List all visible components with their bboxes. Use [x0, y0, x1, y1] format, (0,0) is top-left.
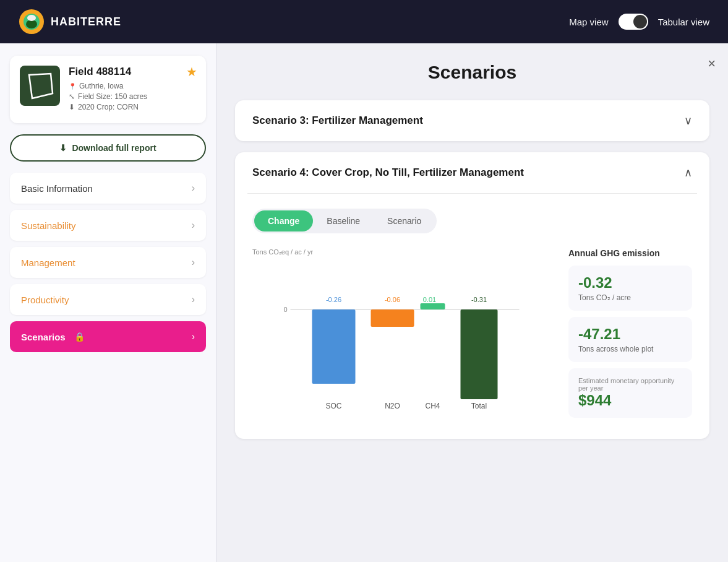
- download-report-button[interactable]: ⬇ Download full report: [10, 134, 206, 162]
- sidebar: Field 488114 📍 Guthrie, Iowa ⤡ Field Siz…: [0, 43, 216, 562]
- chart-y-label: Tons CO₂eq / ac / yr: [252, 248, 551, 256]
- svg-rect-14: [461, 309, 498, 399]
- svg-rect-8: [312, 309, 356, 384]
- main-content: × Scenarios Scenario 3: Fertilizer Manag…: [216, 43, 728, 562]
- field-card: Field 488114 📍 Guthrie, Iowa ⤡ Field Siz…: [10, 56, 206, 123]
- chevron-right-icon: ›: [192, 220, 195, 231]
- scenario3-header[interactable]: Scenario 3: Fertilizer Management ∨: [235, 100, 709, 141]
- tons-whole-plot-card: -47.21 Tons across whole plot: [568, 317, 692, 362]
- svg-point-2: [26, 20, 37, 28]
- map-view-label: Map view: [569, 17, 608, 27]
- logo-area: HABITERRE: [19, 9, 121, 35]
- download-icon: ⬇: [59, 143, 67, 153]
- chevron-up-icon: ∧: [684, 166, 692, 179]
- scenario4-body: Change Baseline Scenario Tons CO₂eq / ac…: [235, 194, 709, 439]
- sidebar-item-scenarios[interactable]: Scenarios 🔒 ›: [10, 321, 206, 352]
- chevron-right-icon: ›: [192, 183, 195, 194]
- sidebar-item-label: Basic Information: [21, 183, 93, 194]
- bar-chart: 0 -0.26 -0.06 0.01: [252, 260, 551, 421]
- svg-point-3: [27, 15, 36, 21]
- toggle-change-button[interactable]: Change: [254, 210, 313, 231]
- size-icon: ⤡: [69, 92, 75, 101]
- toggle-knob: [633, 15, 647, 28]
- header-nav: Map view Tabular view: [569, 14, 709, 30]
- toggle-baseline-button[interactable]: Baseline: [313, 210, 374, 231]
- chevron-right-icon: ›: [192, 294, 195, 305]
- ghg-per-acre-card: -0.32 Tons CO₂ / acre: [568, 266, 692, 311]
- scenario4-header[interactable]: Scenario 4: Cover Crop, No Till, Fertili…: [235, 152, 709, 193]
- tons-whole-plot-value: -47.21: [578, 326, 682, 343]
- field-thumbnail: [20, 66, 60, 106]
- svg-text:Total: Total: [471, 402, 487, 410]
- sidebar-item-productivity[interactable]: Productivity ›: [10, 284, 206, 315]
- stats-title: Annual GHG emission: [568, 248, 692, 258]
- svg-text:0: 0: [283, 306, 287, 313]
- svg-rect-10: [371, 309, 414, 327]
- field-info: Field 488114 📍 Guthrie, Iowa ⤡ Field Siz…: [69, 66, 196, 113]
- field-size: ⤡ Field Size: 150 acres: [69, 92, 196, 101]
- location-icon: 📍: [69, 83, 76, 90]
- sidebar-item-sustainability[interactable]: Sustainability ›: [10, 210, 206, 241]
- scenario3-title: Scenario 3: Fertilizer Management: [252, 115, 423, 127]
- chart-area: Tons CO₂eq / ac / yr 0 -0.26: [252, 248, 692, 424]
- field-location: 📍 Guthrie, Iowa: [69, 82, 196, 90]
- scenario4-card: Scenario 4: Cover Crop, No Till, Fertili…: [235, 152, 709, 439]
- crop-icon: ⬇: [69, 103, 75, 111]
- close-button[interactable]: ×: [708, 56, 716, 72]
- field-crop: ⬇ 2020 Crop: CORN: [69, 103, 196, 111]
- sidebar-item-label: Sustainability: [21, 220, 75, 231]
- scenario4-toggle-group: Change Baseline Scenario: [252, 209, 437, 233]
- ghg-per-acre-label: Tons CO₂ / acre: [578, 293, 682, 302]
- main-layout: Field 488114 📍 Guthrie, Iowa ⤡ Field Siz…: [0, 43, 728, 562]
- ghg-per-acre-value: -0.32: [578, 274, 682, 292]
- tabular-view-label: Tabular view: [658, 17, 709, 27]
- svg-rect-12: [421, 303, 445, 309]
- chevron-right-icon: ›: [192, 331, 195, 342]
- svg-text:0.01: 0.01: [423, 296, 436, 303]
- lock-icon: 🔒: [74, 332, 85, 342]
- chart-container: Tons CO₂eq / ac / yr 0 -0.26: [252, 248, 551, 415]
- toggle-scenario-button[interactable]: Scenario: [374, 210, 435, 231]
- svg-text:SOC: SOC: [325, 402, 341, 410]
- svg-text:CH4: CH4: [425, 402, 440, 410]
- chart-svg-wrap: 0 -0.26 -0.06 0.01: [252, 260, 551, 415]
- field-shape-icon: [23, 69, 57, 103]
- sidebar-item-label: Management: [21, 257, 75, 268]
- svg-text:-0.26: -0.26: [326, 296, 341, 303]
- scenario3-card: Scenario 3: Fertilizer Management ∨: [235, 100, 709, 141]
- view-toggle[interactable]: [619, 14, 648, 30]
- page-title: Scenarios: [235, 62, 709, 83]
- monetary-label: Estimated monetary opportunity per year: [578, 377, 682, 392]
- sidebar-item-label: Productivity: [21, 295, 69, 305]
- tons-whole-plot-label: Tons across whole plot: [578, 345, 682, 353]
- stats-panel: Annual GHG emission -0.32 Tons CO₂ / acr…: [568, 248, 692, 424]
- svg-text:-0.31: -0.31: [471, 296, 487, 303]
- sidebar-item-label: Scenarios: [21, 332, 66, 342]
- header: HABITERRE Map view Tabular view: [0, 0, 728, 43]
- monetary-value: $944: [578, 392, 682, 409]
- svg-text:-0.06: -0.06: [385, 296, 400, 303]
- svg-text:N2O: N2O: [385, 402, 400, 410]
- logo-text: HABITERRE: [51, 15, 121, 28]
- scenario4-title: Scenario 4: Cover Crop, No Till, Fertili…: [252, 166, 524, 179]
- field-name: Field 488114: [69, 66, 196, 78]
- sidebar-item-management[interactable]: Management ›: [10, 247, 206, 278]
- svg-marker-4: [29, 74, 53, 98]
- monetary-card: Estimated monetary opportunity per year …: [568, 368, 692, 418]
- chevron-right-icon: ›: [192, 257, 195, 268]
- logo-icon: [19, 9, 45, 35]
- favorite-star-icon[interactable]: ★: [186, 64, 197, 79]
- chevron-down-icon: ∨: [684, 114, 692, 128]
- sidebar-item-basic-information[interactable]: Basic Information ›: [10, 173, 206, 204]
